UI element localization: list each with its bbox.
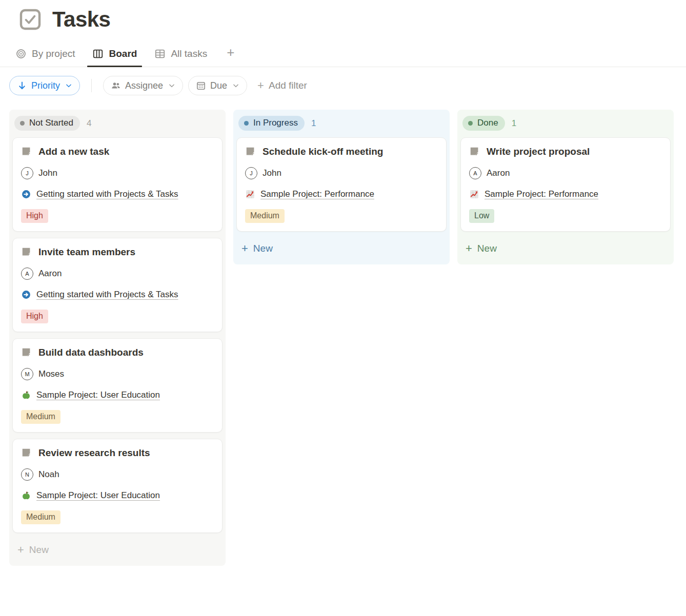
avatar-initial: A	[473, 170, 477, 176]
task-card[interactable]: Build data dashboards M Moses Sample Pro…	[12, 338, 223, 433]
plus-icon: +	[17, 544, 24, 556]
task-title: Schedule kick-off meeting	[263, 146, 383, 157]
project-link[interactable]: Sample Project: Performance	[260, 189, 374, 199]
plus-icon: +	[241, 243, 248, 254]
assignee-name: Aaron	[38, 269, 62, 279]
status-pill-done[interactable]: Done	[462, 116, 505, 131]
new-task-label: New	[253, 243, 273, 254]
filter-label: Assignee	[125, 80, 163, 91]
filter-label: Due	[210, 80, 227, 91]
table-icon	[154, 48, 166, 59]
new-task-button[interactable]: + New	[460, 238, 671, 260]
task-card[interactable]: Invite team members A Aaron Getting star…	[12, 238, 223, 332]
avatar-initial: N	[25, 471, 29, 478]
priority-badge[interactable]: High	[21, 310, 48, 323]
new-task-button[interactable]: + New	[236, 238, 447, 260]
people-icon	[111, 80, 121, 91]
target-icon	[15, 48, 27, 59]
tab-label: By project	[32, 48, 75, 59]
new-task-label: New	[477, 243, 497, 254]
tab-all-tasks[interactable]: All tasks	[153, 44, 208, 67]
column-header: Not Started 4	[14, 116, 223, 131]
page-icon	[469, 146, 480, 157]
page-header: Tasks	[0, 0, 686, 32]
priority-badge[interactable]: High	[21, 209, 48, 223]
tab-label: All tasks	[171, 48, 207, 59]
task-card[interactable]: Schedule kick-off meeting J John Sample …	[236, 137, 447, 232]
filter-assignee-button[interactable]: Assignee	[103, 76, 183, 95]
add-filter-button[interactable]: + Add filter	[257, 79, 307, 92]
task-card[interactable]: Add a new task J John Getting started wi…	[12, 137, 223, 232]
checkbox-icon[interactable]	[18, 8, 42, 31]
page-icon	[21, 447, 32, 459]
assignee-name: John	[263, 168, 281, 178]
status-pill-not-started[interactable]: Not Started	[14, 116, 80, 131]
avatar-initial: M	[25, 371, 29, 377]
status-label: In Progress	[253, 118, 298, 128]
project-link[interactable]: Sample Project: User Education	[36, 390, 160, 400]
task-card[interactable]: Write project proposal A Aaron Sample Pr…	[460, 137, 671, 232]
blue-arrow-circle-icon	[21, 189, 31, 199]
assignee-name: Aaron	[487, 168, 510, 178]
avatar-initial: J	[250, 170, 253, 176]
assignee-name: Noah	[38, 469, 59, 480]
add-filter-label: Add filter	[269, 80, 307, 91]
green-apple-icon	[21, 390, 31, 400]
assignee-avatar: J	[245, 167, 257, 179]
new-task-label: New	[29, 544, 49, 556]
status-label: Done	[477, 118, 498, 128]
tab-by-project[interactable]: By project	[14, 44, 76, 67]
project-link[interactable]: Getting started with Projects & Tasks	[36, 290, 178, 300]
project-link[interactable]: Sample Project: Performance	[485, 189, 598, 199]
tab-board[interactable]: Board	[91, 44, 138, 67]
task-card[interactable]: Review research results N Noah Sample Pr…	[12, 439, 223, 533]
status-pill-in-progress[interactable]: In Progress	[238, 116, 305, 131]
chart-increasing-icon	[469, 189, 479, 199]
page-icon	[21, 247, 32, 258]
chevron-down-icon	[65, 82, 72, 89]
tab-label: Board	[109, 48, 137, 59]
calendar-icon	[196, 80, 206, 91]
chart-increasing-icon	[245, 189, 255, 199]
page-icon	[21, 347, 32, 358]
project-link[interactable]: Getting started with Projects & Tasks	[36, 189, 178, 199]
blue-arrow-circle-icon	[21, 290, 31, 300]
page-icon	[21, 146, 32, 157]
task-title: Build data dashboards	[38, 347, 144, 358]
project-link[interactable]: Sample Project: User Education	[36, 490, 160, 501]
new-task-button[interactable]: + New	[12, 539, 223, 562]
column-in-progress: In Progress 1 Schedule kick-off meeting …	[233, 110, 450, 264]
assignee-avatar: J	[21, 167, 33, 179]
task-title: Review research results	[38, 447, 150, 459]
page-title: Tasks	[52, 7, 110, 32]
avatar-initial: A	[25, 271, 29, 277]
divider	[91, 79, 92, 92]
column-not-started: Not Started 4 Add a new task J John	[9, 110, 226, 566]
column-done: Done 1 Write project proposal A Aaron	[457, 110, 674, 264]
task-title: Invite team members	[38, 247, 135, 258]
priority-badge[interactable]: Medium	[21, 410, 60, 424]
status-dot	[244, 121, 249, 126]
filter-due-button[interactable]: Due	[188, 76, 247, 95]
priority-badge[interactable]: Medium	[245, 209, 285, 223]
chevron-down-icon	[168, 82, 175, 89]
priority-badge[interactable]: Low	[469, 209, 494, 223]
page-icon	[245, 146, 256, 157]
board-columns-icon	[92, 48, 104, 59]
assignee-avatar: M	[21, 368, 33, 380]
priority-badge[interactable]: Medium	[21, 510, 60, 524]
assignee-name: Moses	[38, 369, 64, 379]
status-dot	[468, 121, 473, 126]
assignee-name: John	[38, 168, 57, 178]
arrow-down-icon	[17, 80, 27, 91]
add-view-button[interactable]: +	[224, 45, 237, 67]
kanban-board: Not Started 4 Add a new task J John	[0, 110, 686, 566]
column-header: Done 1	[462, 116, 671, 131]
column-count: 1	[512, 118, 516, 129]
sort-priority-button[interactable]: Priority	[9, 76, 80, 95]
column-count: 1	[311, 118, 316, 129]
assignee-avatar: A	[21, 268, 33, 280]
assignee-avatar: N	[21, 468, 33, 481]
plus-icon: +	[466, 243, 472, 254]
task-title: Write project proposal	[487, 146, 590, 157]
